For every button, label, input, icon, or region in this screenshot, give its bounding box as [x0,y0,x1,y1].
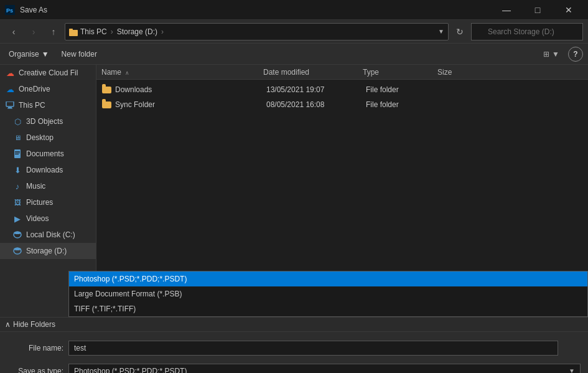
file-name: Sync Folder [115,100,266,109]
3d-objects-icon: ⬡ [12,116,22,126]
svg-point-12 [14,232,21,234]
folder-icon [101,100,111,110]
sidebar-item-downloads[interactable]: ⬇ Downloads [0,162,96,178]
table-row[interactable]: Downloads 13/05/2021 19:07 File folder [96,82,588,97]
savetype-label: Save as type: [7,367,63,373]
photoshop-icon: Ps [5,5,15,15]
onedrive-icon: ☁ [5,84,15,94]
local-disk-c-icon [12,230,22,240]
address-dropdown-arrow[interactable]: ▼ [438,28,444,35]
sidebar-label-storage-d: Storage (D:) [26,247,67,255]
file-type: File folder [366,100,441,109]
dialog-title: Save As [20,6,47,14]
back-button[interactable]: ‹ [5,23,22,40]
refresh-button[interactable]: ↻ [451,23,469,40]
hide-folders[interactable]: ∧ Hide Folders [0,317,588,331]
bottom-panel: File name: Save as type: Photoshop (*.PS… [0,331,588,373]
storage-d-icon [12,246,22,256]
toolbar: ‹ › ↑ This PC › Storage (D:) › ▼ ↻ 🔍 [0,20,588,44]
sidebar-item-creative-cloud[interactable]: ☁ Creative Cloud Fil [0,65,96,81]
column-header-type[interactable]: Type [363,68,437,77]
file-type: File folder [366,85,441,94]
file-name: Downloads [115,85,266,94]
minimize-button[interactable]: — [492,0,521,20]
sidebar-item-videos[interactable]: ▶ Videos [0,210,96,227]
savetype-row: Save as type: Photoshop (*.PSD;*.PDD;*.P… [7,364,581,373]
sidebar-label-this-pc: This PC [19,101,45,110]
svg-rect-4 [6,102,14,106]
new-folder-button[interactable]: New folder [58,47,101,61]
sidebar-label-documents: Documents [26,149,64,158]
svg-rect-3 [69,29,73,31]
file-date: 13/05/2021 19:07 [266,85,366,94]
savetype-dropdown-list: Photoshop (*.PSD;*.PDD;*.PSDT) Large Doc… [68,271,588,317]
filename-row: File name: [7,341,581,356]
pictures-icon: 🖼 [12,197,22,207]
this-pc-icon [5,100,15,110]
address-bar[interactable]: This PC › Storage (D:) › ▼ [65,23,449,40]
desktop-icon: 🖥 [12,133,22,143]
title-bar: Ps Save As — □ ✕ [0,0,588,20]
sidebar-item-desktop[interactable]: 🖥 Desktop [0,130,96,146]
dropdown-option-tiff[interactable]: TIFF (*.TIF;*.TIFF) [69,301,587,316]
videos-icon: ▶ [12,214,22,224]
action-bar: Organise ▼ New folder ⊞ ▼ ? [0,44,588,65]
title-bar-left: Ps Save As [5,5,47,15]
sidebar-item-documents[interactable]: Documents [0,146,96,162]
column-header-date[interactable]: Date modified [263,68,363,77]
folder-icon [101,85,111,95]
sidebar-label-creative-cloud: Creative Cloud Fil [19,68,78,77]
music-icon: ♪ [12,181,22,191]
sidebar-item-this-pc[interactable]: This PC [0,97,96,113]
breadcrumb-storage[interactable]: Storage (D:) [117,27,157,36]
search-wrapper: 🔍 [471,23,583,40]
sidebar-label-videos: Videos [26,214,49,223]
sidebar-item-music[interactable]: ♪ Music [0,178,96,194]
help-button[interactable]: ? [568,47,583,62]
sidebar-label-3d-objects: 3D Objects [26,117,63,126]
creative-cloud-icon: ☁ [5,68,15,78]
file-date: 08/05/2021 16:08 [266,100,366,109]
filename-label: File name: [7,344,63,352]
sidebar-item-local-disk-c[interactable]: Local Disk (C:) [0,227,96,243]
svg-rect-6 [7,108,12,109]
sidebar-item-3d-objects[interactable]: ⬡ 3D Objects [0,113,96,130]
savetype-dropdown-arrow: ▼ [569,367,575,373]
search-input[interactable] [471,23,583,40]
downloads-icon: ⬇ [12,165,22,175]
up-button[interactable]: ↑ [45,23,62,40]
table-row[interactable]: Sync Folder 08/05/2021 16:08 File folder [96,97,588,112]
savetype-dropdown[interactable]: Photoshop (*.PSD;*.PDD;*.PSDT) ▼ [68,364,581,373]
column-header-size[interactable]: Size [437,68,583,77]
sidebar-label-downloads: Downloads [26,166,63,174]
sidebar-label-onedrive: OneDrive [19,85,50,93]
view-button[interactable]: ⊞ ▼ [539,47,563,61]
svg-point-14 [14,248,21,250]
documents-icon [12,149,22,159]
close-button[interactable]: ✕ [554,0,583,20]
filename-input[interactable] [68,341,558,356]
sidebar-item-pictures[interactable]: 🖼 Pictures [0,194,96,210]
svg-rect-10 [15,154,19,154]
dropdown-option-psd[interactable]: Photoshop (*.PSD;*.PDD;*.PSDT) [69,271,587,286]
sidebar-label-desktop: Desktop [26,133,54,142]
sidebar-label-pictures: Pictures [26,198,53,207]
sidebar-item-onedrive[interactable]: ☁ OneDrive [0,81,96,97]
maximize-button[interactable]: □ [523,0,552,20]
svg-rect-9 [15,153,20,153]
hide-folders-label: Hide Folders [13,320,55,329]
sidebar-label-local-disk-c: Local Disk (C:) [26,230,75,239]
breadcrumb-this-pc[interactable]: This PC [80,27,107,36]
sidebar-item-storage-d[interactable]: Storage (D:) [0,243,96,259]
dropdown-option-psb[interactable]: Large Document Format (*.PSB) [69,286,587,301]
column-header-name[interactable]: Name ∧ [101,68,263,77]
organise-button[interactable]: Organise ▼ [5,47,53,61]
savetype-value: Photoshop (*.PSD;*.PDD;*.PSDT) [74,367,187,373]
folder-icon [69,27,78,36]
title-bar-controls: — □ ✕ [492,0,583,20]
svg-rect-8 [15,151,20,152]
svg-text:Ps: Ps [6,7,13,14]
forward-button[interactable]: › [25,23,42,40]
hide-folders-expand-icon: ∧ [5,320,11,329]
column-headers: Name ∧ Date modified Type Size [96,65,588,80]
